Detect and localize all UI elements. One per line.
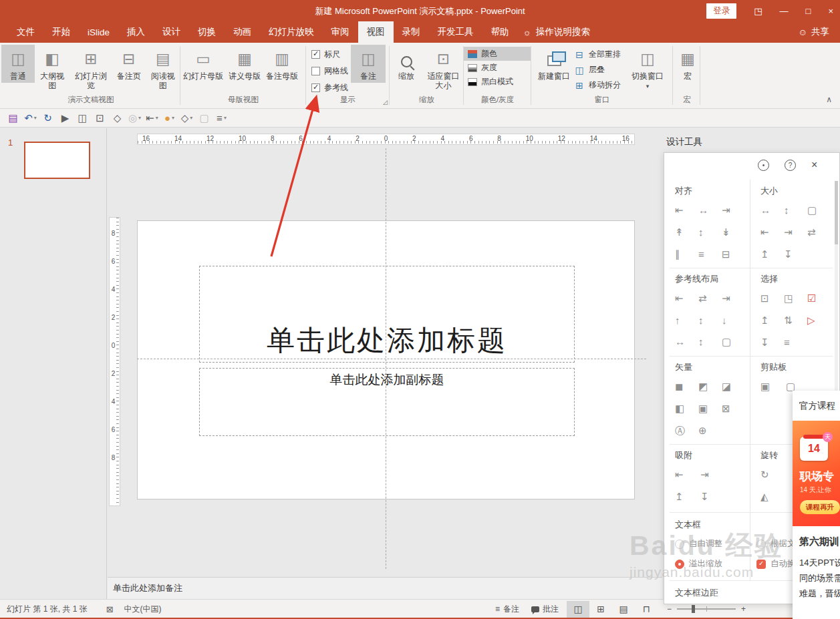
zoom-out-button[interactable]: −: [667, 604, 672, 614]
size-tool-icon[interactable]: ⇥: [784, 226, 807, 238]
selection-tool-icon[interactable]: ◳: [784, 292, 807, 304]
selection-tool-icon[interactable]: ⊡: [760, 292, 784, 304]
horizontal-guide[interactable]: [137, 359, 646, 359]
ribbon-tab[interactable]: 审阅: [323, 21, 358, 43]
placeholder-icon[interactable]: ▢: [196, 111, 212, 126]
normal-view-button[interactable]: ◫ 普通: [1, 45, 35, 83]
ribbon-tab[interactable]: 幻灯片放映: [260, 21, 323, 43]
notes-pane[interactable]: 单击此处添加备注: [108, 577, 662, 599]
ribbon-tab[interactable]: 开发工具: [429, 21, 482, 43]
rotate-tool-icon[interactable]: ↻: [760, 469, 779, 481]
language-indicator[interactable]: 中文(中国): [124, 604, 162, 615]
vector-tool-icon[interactable]: ◼: [675, 381, 698, 393]
zoom-in-button[interactable]: +: [741, 604, 746, 614]
align-tool-icon[interactable]: ∥: [675, 248, 698, 260]
dialog-launcher-icon[interactable]: ◿: [383, 99, 388, 106]
redo-icon[interactable]: ↻: [40, 111, 55, 126]
display-settings-icon[interactable]: ⊡: [92, 111, 108, 126]
close-button[interactable]: ×: [828, 6, 833, 16]
reading-view-button[interactable]: ▤ 阅读视图: [146, 45, 180, 92]
merge-shapes-icon[interactable]: ◎: [127, 111, 142, 126]
start-slideshow-icon[interactable]: ▶: [57, 111, 73, 126]
selection-tool-icon[interactable]: ☑: [807, 292, 831, 304]
align-tool-icon[interactable]: ↡: [722, 226, 745, 238]
ribbon-tab[interactable]: 视图: [358, 21, 394, 43]
selection-tool-icon[interactable]: ≡: [784, 337, 807, 349]
shapes-icon[interactable]: ◇: [110, 111, 125, 126]
login-button[interactable]: 登录: [706, 3, 736, 19]
vector-tool-icon[interactable]: ◩: [698, 381, 722, 393]
textbox-option[interactable]: 自由调整: [675, 538, 756, 550]
ribbon-tab[interactable]: 录制: [394, 21, 429, 43]
statusbar-slideshow-button[interactable]: ⊓: [635, 601, 658, 618]
maximize-button[interactable]: □: [806, 6, 811, 16]
minimize-button[interactable]: —: [780, 6, 789, 16]
zoom-slider[interactable]: [677, 608, 736, 610]
selection-tool-icon[interactable]: ↧: [760, 337, 784, 349]
guide-layout-icon[interactable]: ⇥: [722, 292, 745, 304]
snap-tool-icon[interactable]: ↥: [675, 491, 700, 503]
grayscale-button[interactable]: 灰度: [464, 61, 531, 75]
switch-windows-button[interactable]: ◫ 切换窗口 ▾: [626, 45, 669, 93]
black-white-button[interactable]: 黑白模式: [464, 75, 531, 89]
ribbon-tab[interactable]: 动画: [225, 21, 260, 43]
comments-toggle-button[interactable]: 批注: [527, 604, 563, 615]
share-button[interactable]: ☺ 共享: [798, 21, 829, 43]
align-tool-icon[interactable]: ↟: [675, 226, 698, 238]
snap-tool-icon[interactable]: ⇤: [675, 469, 700, 481]
statusbar-slide-sorter-button[interactable]: ⊞: [589, 601, 612, 618]
snap-tool-icon[interactable]: ↧: [700, 491, 726, 503]
vector-tool-icon[interactable]: ▣: [698, 403, 722, 415]
ribbon-tab[interactable]: 切换: [189, 21, 225, 43]
tell-me-search[interactable]: ☼ 操作说明搜索: [523, 21, 590, 43]
ribbon-tab[interactable]: 帮助: [482, 21, 518, 43]
guide-layout-icon[interactable]: ↓: [722, 315, 745, 326]
size-tool-icon[interactable]: ↔: [760, 204, 784, 216]
size-tool-icon[interactable]: ↧: [784, 248, 807, 260]
selection-tool-icon[interactable]: ↥: [760, 315, 784, 327]
slide-master-button[interactable]: ▭ 幻灯片母版: [180, 45, 226, 83]
vector-tool-icon[interactable]: Ⓐ: [675, 425, 698, 437]
macro-button[interactable]: ▦ 宏: [674, 45, 702, 83]
zoom-slider-thumb[interactable]: [692, 605, 695, 613]
snap-tool-icon[interactable]: ⇥: [700, 469, 726, 481]
subtitle-placeholder[interactable]: 单击此处添加副标题: [199, 368, 575, 436]
align-tool-icon[interactable]: ⇤: [675, 204, 698, 216]
arrange-all-button[interactable]: ⊟ 全部重排: [574, 47, 621, 62]
align-tool-icon[interactable]: ↔: [698, 204, 722, 216]
zoom-button[interactable]: 缩放: [390, 45, 423, 83]
guide-layout-icon[interactable]: ↕: [698, 315, 722, 326]
guide-layout-icon[interactable]: ↑: [675, 315, 698, 326]
shape-outline-icon[interactable]: ◇: [179, 111, 194, 126]
bullet-color-icon[interactable]: ●: [162, 111, 177, 126]
customize-qat-icon[interactable]: ≡: [214, 111, 229, 126]
ribbon-tab[interactable]: 开始: [43, 21, 79, 43]
ruler-checkbox[interactable]: 标尺: [311, 49, 348, 60]
save-icon[interactable]: ▤: [5, 111, 21, 126]
settings-icon[interactable]: •: [758, 160, 769, 171]
guide-layout-icon[interactable]: ⇤: [675, 292, 698, 304]
size-tool-icon[interactable]: ↥: [760, 248, 784, 260]
guide-layout-icon[interactable]: ↔: [675, 336, 698, 348]
vector-tool-icon[interactable]: ◪: [722, 381, 745, 393]
vector-tool-icon[interactable]: ⊠: [722, 403, 745, 415]
proofing-icon[interactable]: ⊠: [106, 604, 114, 614]
statusbar-reading-view-button[interactable]: ▤: [612, 601, 635, 618]
slide-sorter-button[interactable]: ⊞ 幻灯片浏览: [69, 45, 112, 92]
selection-tool-icon[interactable]: ▷: [807, 315, 831, 327]
textbox-option[interactable]: 溢出缩放: [675, 558, 756, 570]
ribbon-tab[interactable]: 文件: [8, 21, 43, 43]
align-icon[interactable]: ⇤: [144, 111, 160, 126]
notes-page-button[interactable]: ⊟ 备注页: [112, 45, 146, 83]
clipboard-tool-icon[interactable]: ▣: [760, 381, 786, 393]
move-split-button[interactable]: ⊞ 移动拆分: [574, 77, 621, 93]
title-placeholder[interactable]: 单击此处添加标题: [199, 266, 575, 363]
ribbon-display-options-icon[interactable]: ◳: [754, 6, 762, 16]
vector-tool-icon[interactable]: ◧: [675, 403, 698, 415]
guide-layout-icon[interactable]: ⇄: [698, 292, 722, 304]
help-icon[interactable]: ?: [785, 160, 796, 171]
guides-checkbox[interactable]: 参考线: [311, 82, 348, 93]
rotate-tool-icon[interactable]: ◭: [760, 491, 779, 503]
ribbon-tab[interactable]: 插入: [118, 21, 154, 43]
notes-toggle-button[interactable]: ≡ 备注: [491, 604, 523, 615]
